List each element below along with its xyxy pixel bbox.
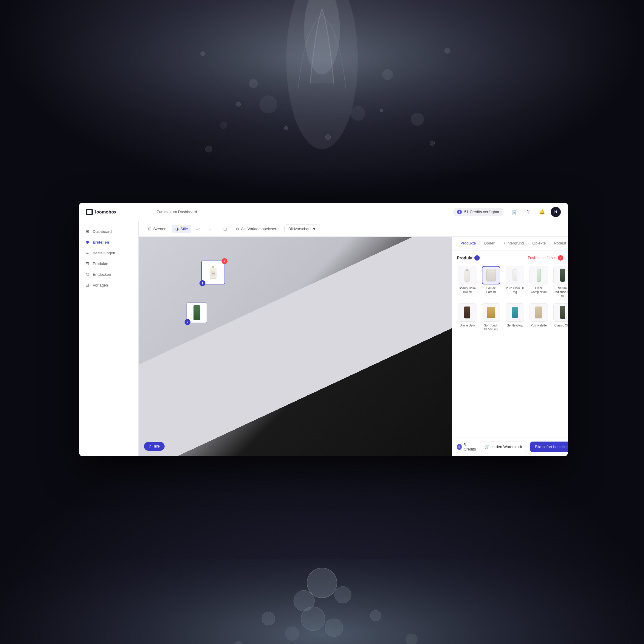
scenes-button[interactable]: ⊞ Szenen (145, 225, 170, 233)
product-thumb-2 (506, 266, 524, 284)
product-frame-2: 2 (186, 302, 207, 323)
discover-icon: ◎ (85, 272, 90, 277)
orders-icon: ≡ (85, 250, 90, 255)
product-card-1[interactable]: Eau de Parfum (481, 265, 501, 299)
svg-point-31 (301, 607, 325, 631)
product-thumb-9 (553, 303, 568, 322)
svg-point-9 (200, 51, 205, 56)
footer-credits-label: 5 Credits (464, 442, 477, 451)
gold-bottle-icon (487, 307, 495, 318)
product-name-7: Gentle Glow (507, 323, 523, 327)
styles-button[interactable]: ◑ Stile (172, 225, 191, 233)
remove-position-button[interactable]: Position entfernen × (528, 255, 563, 261)
sidebar-item-produkte[interactable]: ⊟ Produkte (79, 258, 138, 269)
tab-produkte[interactable]: Produkte (457, 239, 479, 248)
product-card-3[interactable]: Clear Complexion (528, 265, 549, 299)
bottle-white-icon (465, 270, 470, 282)
svg-point-3 (259, 95, 277, 113)
preview-label: Bildvorschau (288, 227, 310, 231)
app-window: loomobox ← ← Zurück zum Dashboard ₵ 51 C… (79, 203, 568, 456)
tube-white-icon (513, 269, 517, 281)
styles-label: Stile (180, 227, 188, 231)
editor-area: ⊞ Szenen ◑ Stile ↩ ↪ ⊡ ⊙ Als Vorlage spe… (139, 221, 568, 456)
save-template-label: Als Vorlage speichern (241, 227, 278, 231)
svg-point-11 (284, 126, 288, 130)
back-arrow-icon: ← (146, 210, 150, 214)
cart-icon-button[interactable]: 🛒 (510, 207, 520, 217)
sidebar-label-erstellen: Erstellen (93, 240, 109, 244)
panel-footer: ₵ 5 Credits 🛒 In den Warenkorb Bild sofo… (452, 437, 568, 456)
svg-point-12 (325, 134, 331, 140)
product-card-5[interactable]: Divine Dew (457, 302, 478, 332)
footer-credits-icon: ₵ (457, 444, 462, 450)
dashboard-icon: ⊞ (85, 229, 90, 234)
save-icon: ⊙ (236, 227, 239, 231)
product-name-4: Natural Radiance 100 ml (553, 286, 568, 298)
create-icon: ⊕ (85, 240, 90, 244)
product-card-7[interactable]: Gentle Glow (504, 302, 525, 332)
green-tube-icon (560, 269, 565, 282)
sidebar-item-erstellen[interactable]: ⊕ Erstellen (79, 237, 138, 247)
main-panel-area: × 1 (139, 237, 568, 456)
logo-icon (86, 209, 93, 215)
avatar-button[interactable]: H (551, 207, 561, 217)
add-to-cart-button[interactable]: 🛒 In den Warenkorb (480, 442, 527, 452)
sidebar-item-entdecken[interactable]: ◎ Entdecken (79, 269, 138, 280)
svg-point-6 (382, 69, 393, 80)
products-icon: ⊟ (85, 261, 90, 266)
section-title: Produkt 1 (457, 255, 480, 261)
product-thumb-0 (458, 266, 476, 284)
classic-chic-bottle-icon (560, 306, 565, 319)
product-card-6[interactable]: Soft Touch XL 500 mg (481, 302, 501, 332)
right-panel: Produkte Boden Hintergrund Objekte Podes (452, 237, 568, 456)
back-button[interactable]: ← ← Zurück zum Dashboard (146, 210, 197, 214)
cart-label: In den Warenkorb (491, 445, 522, 449)
product-card-0[interactable]: Beauty Balm 100 ml (457, 265, 478, 299)
logo-area: loomobox (86, 209, 140, 215)
save-template-button[interactable]: ⊙ Als Vorlage speichern (232, 225, 283, 233)
notification-button[interactable]: 🔔 (537, 207, 547, 217)
parfum-bottle-icon (486, 269, 496, 281)
sidebar-item-bestellungen[interactable]: ≡ Bestellungen (79, 247, 138, 258)
styles-icon: ◑ (175, 227, 179, 231)
product-card-4[interactable]: Natural Radiance 100 ml (552, 265, 568, 299)
product-card-2[interactable]: Pure Glow 50 mg (504, 265, 525, 299)
footer-credits: ₵ 5 Credits (457, 442, 477, 451)
sidebar: ⊞ Dashboard ⊕ Erstellen ≡ Bestellungen ⊟… (79, 221, 139, 456)
sidebar-item-vorlagen[interactable]: ⊡ Vorlagen (79, 280, 138, 290)
product-card-9[interactable]: Classic Chic (552, 302, 568, 332)
beige-bottle-icon (535, 306, 542, 318)
undo-button[interactable]: ↩ (193, 224, 203, 234)
redo-button[interactable]: ↪ (205, 224, 214, 234)
order-label: Bild sofort bestellen (535, 445, 568, 449)
tab-boden[interactable]: Boden (481, 239, 499, 248)
svg-point-22 (370, 610, 381, 621)
logo-text: loomobox (95, 209, 117, 214)
canvas-product-2[interactable]: 2 (186, 302, 207, 323)
panel-tabs: Produkte Boden Hintergrund Objekte Podes (452, 237, 568, 250)
order-now-button[interactable]: Bild sofort bestellen (530, 442, 568, 452)
sidebar-label-bestellungen: Bestellungen (93, 251, 115, 255)
crop-button[interactable]: ⊡ (220, 224, 230, 234)
svg-point-13 (236, 102, 241, 106)
tab-hintergrund[interactable]: Hintergrund (500, 239, 528, 248)
preview-button[interactable]: Bildvorschau ▼ (284, 225, 320, 233)
tab-objekte[interactable]: Objekte (529, 239, 549, 248)
sidebar-label-produkte: Produkte (93, 261, 108, 266)
svg-point-10 (444, 48, 450, 54)
section-header: Produkt 1 Position entfernen × (457, 255, 563, 261)
help-circle-button[interactable]: ? (523, 207, 533, 217)
product-card-8[interactable]: PoshPalette (528, 302, 549, 332)
tall-bottle-icon (537, 269, 541, 282)
sidebar-item-dashboard[interactable]: ⊞ Dashboard (79, 226, 138, 237)
svg-point-33 (285, 626, 299, 641)
credits-icon: ₵ (457, 210, 462, 214)
templates-icon: ⊡ (85, 283, 90, 287)
product-remove-button-1[interactable]: × (222, 258, 227, 264)
product-name-5: Divine Dew (460, 323, 475, 327)
tab-podest[interactable]: Podest (550, 239, 568, 248)
help-button[interactable]: ? Hilfe (144, 442, 165, 451)
canvas-product-1[interactable]: × 1 (201, 261, 225, 284)
canvas-product-bottle-green (193, 305, 200, 320)
product-frame-1: × 1 (201, 261, 225, 284)
